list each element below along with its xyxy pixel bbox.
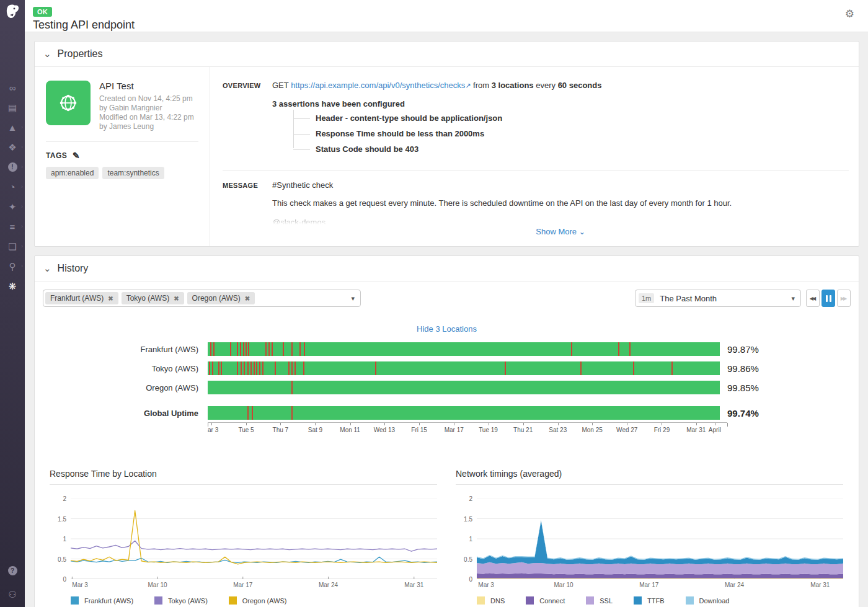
sidebar-item-watchdog[interactable]: ∞ (0, 78, 25, 97)
sidebar-item-apm-search[interactable]: ⚲› (0, 256, 25, 276)
axis-tick-label: Tue 5 (238, 427, 254, 433)
uptime-bar[interactable] (208, 406, 720, 420)
pause-button[interactable] (822, 290, 835, 307)
legend-item[interactable]: Oregon (AWS) (229, 596, 287, 605)
downtime-tick (210, 342, 211, 356)
downtime-tick (218, 361, 219, 375)
hide-locations-link[interactable]: Hide 3 Locations (35, 324, 859, 334)
test-summary-panel: API Test Created on Nov 14, 4:25 pm by G… (35, 67, 210, 246)
location-filter-pill[interactable]: Frankfurt (AWS)✖ (45, 292, 118, 304)
assertions-list: Header - content-type should be applicat… (272, 112, 849, 155)
chart-response-time: Response Time by Location 00.511.52 Mar … (50, 469, 437, 605)
edit-tags-icon[interactable]: ✎ (73, 151, 80, 161)
legend-item[interactable]: SSL (586, 596, 613, 605)
network-timings-plot[interactable] (477, 498, 843, 579)
x-tick-label: Mar 10 (554, 582, 574, 588)
legend-item[interactable]: TTFB (634, 596, 665, 605)
sidebar-item-infrastructure[interactable]: ❖› (0, 137, 25, 157)
sidebar-item-apm[interactable]: ◔› (0, 177, 25, 197)
legend-label: DNS (490, 597, 505, 605)
sidebar-item-synthetics[interactable]: ❋ (0, 276, 25, 296)
legend-item[interactable]: Connect (526, 596, 565, 605)
downtime-tick (629, 342, 631, 356)
sidebar-item-help[interactable]: ? (0, 564, 25, 577)
overview-label: OVERVIEW (223, 81, 272, 159)
response-time-plot[interactable] (71, 498, 437, 579)
axis-tick (350, 423, 351, 425)
legend-swatch (686, 596, 694, 605)
x-tick-label: Mar 10 (148, 582, 167, 588)
uptime-time-axis: ar 3Tue 5Thu 7Sat 9Mon 11Wed 13Fri 15Mar… (208, 422, 727, 436)
legend-item[interactable]: Download (686, 596, 730, 605)
test-created: Created on Nov 14, 4:25 pm (99, 94, 194, 104)
uptime-bar[interactable] (208, 381, 720, 394)
x-tick-label: Mar 31 (810, 582, 830, 588)
sidebar-item-metrics[interactable]: ▲› (0, 117, 25, 137)
locations-count: 3 locations (492, 81, 534, 90)
legend-swatch (71, 596, 79, 605)
submenu-arrow-icon: › (21, 164, 23, 170)
legend-swatch (586, 596, 594, 605)
properties-section-header[interactable]: ⌄ Properties (35, 42, 859, 67)
legend-item[interactable]: Tokyo (AWS) (154, 596, 208, 605)
x-tick-label: Mar 31 (404, 582, 423, 588)
dashboards-icon: ▤ (8, 103, 17, 112)
uptime-bar[interactable] (208, 361, 720, 375)
axis-tick (315, 423, 316, 425)
location-filter-pill[interactable]: Oregon (AWS)✖ (187, 292, 255, 304)
sidebar-item-logs[interactable]: ≡› (0, 216, 25, 236)
downtime-tick (283, 342, 284, 356)
remove-filter-icon[interactable]: ✖ (174, 295, 179, 302)
legend-item[interactable]: DNS (477, 596, 505, 605)
forward-button[interactable]: ▶▶ (837, 290, 851, 307)
assertion-item: Response Time should be less than 2000ms (272, 128, 849, 140)
downtime-tick (246, 342, 247, 356)
axis-tick-label: Tue 19 (479, 427, 498, 433)
chevron-down-icon: ▾ (791, 295, 795, 303)
legend-swatch (634, 596, 642, 605)
datadog-logo[interactable] (4, 4, 21, 23)
y-tick-label: 0 (63, 576, 66, 583)
axis-tick (454, 423, 454, 425)
tag-pill: team:synthetics (102, 167, 164, 179)
pause-icon (826, 295, 828, 302)
rewind-button[interactable]: ◀◀ (806, 290, 820, 307)
sidebar-item-integrations[interactable]: ✦› (0, 197, 25, 216)
show-more-link[interactable]: Show More ⌄ (272, 227, 849, 236)
sidebar-item-dashboards[interactable]: ▤ (0, 97, 25, 117)
downtime-tick (247, 361, 249, 375)
sidebar-item-users[interactable]: ⚇ (0, 587, 25, 601)
axis-tick-label: Sat 9 (308, 427, 322, 433)
x-tick-label: Mar 17 (233, 582, 252, 588)
uptime-bar[interactable] (208, 342, 720, 356)
y-axis: 00.511.52 (50, 498, 71, 579)
uptime-percentage: 99.86% (720, 363, 774, 374)
gear-icon[interactable]: ⚙ (845, 7, 854, 32)
synthetics-icon: ❋ (9, 281, 17, 291)
time-range-select[interactable]: 1m The Past Month ▾ (635, 290, 801, 307)
axis-tick (627, 423, 627, 425)
properties-section-title: Properties (58, 48, 103, 60)
downtime-tick (303, 361, 304, 375)
history-filters-row: Frankfurt (AWS)✖Tokyo (AWS)✖Oregon (AWS)… (35, 281, 859, 307)
uptime-rows: Frankfurt (AWS)99.87%Tokyo (AWS)99.86%Or… (35, 342, 859, 394)
sidebar-item-monitors[interactable]: !› (0, 157, 25, 177)
axis-tick (384, 423, 385, 425)
history-section-header[interactable]: ⌄ History (35, 256, 859, 281)
remove-filter-icon[interactable]: ✖ (245, 295, 250, 302)
downtime-tick (633, 361, 634, 375)
legend-label: Oregon (AWS) (242, 597, 287, 605)
submenu-arrow-icon: › (21, 144, 23, 150)
downtime-tick (288, 361, 290, 375)
sidebar-item-notebooks[interactable]: ❏› (0, 236, 25, 256)
legend-label: Frankfurt (AWS) (84, 597, 133, 605)
sidebar-bottom: ?⚇ (0, 564, 25, 601)
y-tick-label: 1 (63, 536, 66, 543)
axis-tick (280, 423, 281, 425)
remove-filter-icon[interactable]: ✖ (108, 295, 113, 302)
location-filter-select[interactable]: Frankfurt (AWS)✖Tokyo (AWS)✖Oregon (AWS)… (43, 290, 361, 307)
endpoint-link[interactable]: https://api.example.com/api/v0/synthetic… (291, 81, 465, 90)
downtime-tick (505, 361, 506, 375)
location-filter-pill[interactable]: Tokyo (AWS)✖ (122, 292, 184, 304)
legend-item[interactable]: Frankfurt (AWS) (71, 596, 133, 605)
